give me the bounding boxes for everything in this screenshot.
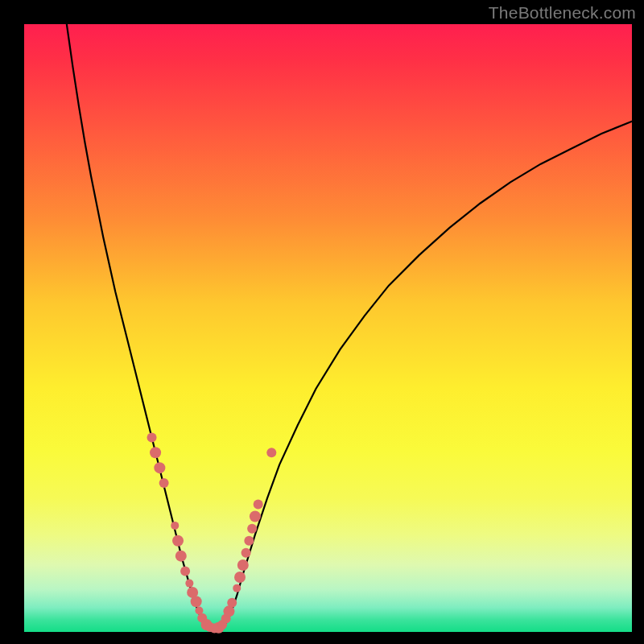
marker-dot: [150, 447, 161, 458]
watermark-text: TheBottleneck.com: [489, 3, 636, 23]
marker-group: [147, 432, 277, 633]
marker-dot: [237, 559, 249, 571]
curve-left-arm: [67, 24, 207, 628]
marker-dot: [147, 432, 157, 442]
chart-stage: TheBottleneck.com: [0, 0, 644, 644]
marker-dot: [254, 499, 263, 509]
marker-dot: [191, 596, 202, 607]
plot-area: [24, 24, 632, 632]
curve-right-arm: [225, 122, 632, 626]
marker-dot: [227, 598, 237, 608]
marker-dot: [171, 522, 179, 530]
marker-dot: [242, 548, 251, 558]
marker-dot: [250, 511, 261, 522]
marker-dot: [244, 536, 254, 546]
marker-dot: [180, 567, 190, 576]
marker-dot: [185, 580, 193, 588]
marker-dot: [247, 524, 257, 534]
marker-dot: [234, 572, 246, 583]
marker-dot: [154, 462, 165, 473]
marker-dot: [175, 551, 187, 562]
marker-dot: [266, 448, 276, 457]
marker-dot: [159, 478, 169, 488]
marker-dot: [172, 535, 184, 547]
chart-svg: [24, 24, 632, 632]
marker-dot: [233, 584, 241, 592]
